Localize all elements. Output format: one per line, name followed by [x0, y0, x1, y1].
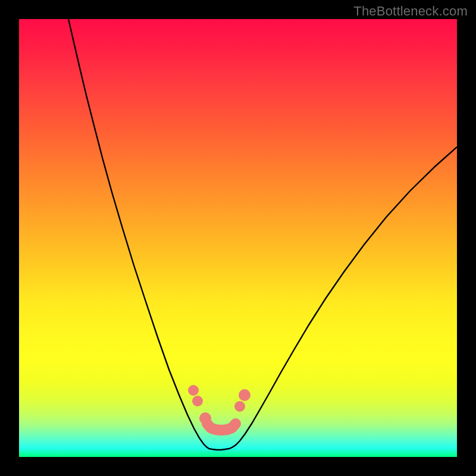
right-mid-marker: [234, 401, 245, 412]
right-upper-marker: [239, 389, 250, 401]
left-upper-marker-2: [192, 396, 203, 406]
bottom-flat-band: [207, 424, 236, 430]
left-upper-marker-1: [188, 385, 199, 396]
watermark-text: TheBottleneck.com: [353, 4, 468, 19]
chart-frame: TheBottleneck.com: [0, 0, 476, 476]
plot-area: [19, 19, 457, 457]
curve-markers: [188, 385, 250, 424]
curve-layer: [19, 19, 457, 457]
bottleneck-curve: [68, 19, 457, 450]
left-lower-marker: [199, 412, 211, 424]
